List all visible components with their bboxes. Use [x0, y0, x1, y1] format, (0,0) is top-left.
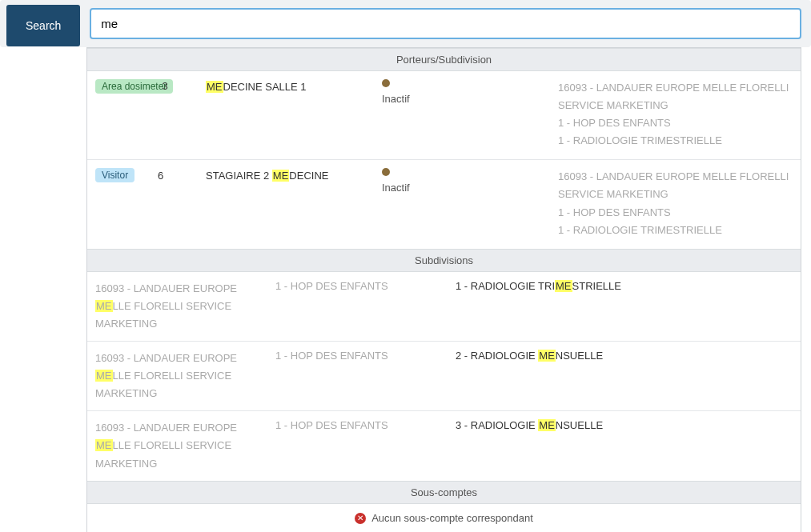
subdivision-row[interactable]: 16093 - LANDAUER EUROPE MELLE FLORELLI S…	[87, 342, 801, 411]
subdivision-level3: 1 - RADIOLOGIE TRIMESTRIELLE	[456, 280, 793, 292]
sous-comptes-empty-text: Aucun sous-compte correspondant	[371, 512, 533, 524]
status-dot-icon	[382, 168, 390, 176]
porteur-path: 16093 - LANDAUER EUROPE MELLE FLORELLI S…	[558, 79, 793, 150]
subdivision-level2: 1 - HOP DES ENFANTS	[275, 419, 456, 431]
search-dropdown: Porteurs/Subdivision Area dosimeter3MEDE…	[86, 47, 801, 532]
search-button[interactable]: Search	[6, 5, 80, 46]
status-dot-icon	[382, 79, 390, 87]
section-header-sous-comptes: Sous-comptes	[87, 481, 801, 504]
porteur-path: 16093 - LANDAUER EUROPE MELLE FLORELLI S…	[558, 168, 793, 238]
sous-comptes-empty: ✕ Aucun sous-compte correspondant	[87, 504, 801, 532]
porteur-number: 6	[158, 168, 206, 182]
subdivision-level2: 1 - HOP DES ENFANTS	[275, 280, 456, 292]
section-header-porteurs: Porteurs/Subdivision	[87, 48, 801, 71]
search-input[interactable]	[90, 8, 801, 39]
porteur-badge: Visitor	[95, 168, 134, 182]
subdivision-account: 16093 - LANDAUER EUROPE MELLE FLORELLI S…	[95, 280, 275, 333]
error-icon: ✕	[355, 513, 366, 524]
porteur-row[interactable]: Visitor6STAGIAIRE 2 MEDECINEInactif16093…	[87, 160, 801, 248]
subdivision-level3: 3 - RADIOLOGIE MENSUELLE	[456, 419, 793, 431]
subdivision-level3: 2 - RADIOLOGIE MENSUELLE	[456, 350, 793, 362]
porteur-row[interactable]: Area dosimeter3MEDECINE SALLE 1Inactif16…	[87, 71, 801, 160]
porteur-status: Inactif	[382, 168, 558, 194]
subdivision-account: 16093 - LANDAUER EUROPE MELLE FLORELLI S…	[95, 419, 275, 472]
subdivision-row[interactable]: 16093 - LANDAUER EUROPE MELLE FLORELLI S…	[87, 272, 801, 342]
subdivision-row[interactable]: 16093 - LANDAUER EUROPE MELLE FLORELLI S…	[87, 411, 801, 480]
porteur-name: MEDECINE SALLE 1	[206, 79, 382, 93]
subdivision-account: 16093 - LANDAUER EUROPE MELLE FLORELLI S…	[95, 350, 275, 402]
subdivision-level2: 1 - HOP DES ENFANTS	[275, 350, 456, 362]
section-header-subdivisions: Subdivisions	[87, 249, 801, 272]
porteur-status: Inactif	[382, 79, 558, 105]
porteur-number: 3	[162, 80, 167, 92]
porteur-name: STAGIAIRE 2 MEDECINE	[206, 168, 382, 182]
